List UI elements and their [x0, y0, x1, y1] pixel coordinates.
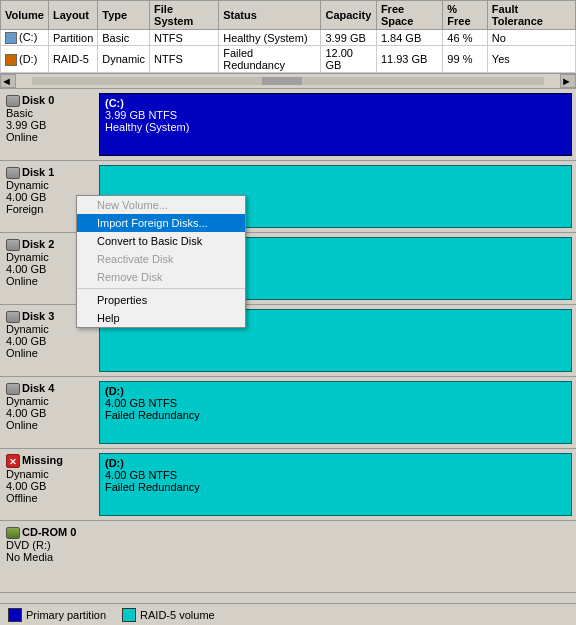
- hdd-icon: [6, 239, 20, 251]
- partition-info2: Failed Redundancy: [105, 481, 566, 493]
- disk-area: Disk 0 Basic 3.99 GB Online Disk 1 Dynam…: [0, 89, 576, 625]
- hdd-icon: [6, 383, 20, 395]
- legend-primary: Primary partition: [8, 608, 106, 622]
- disk-size: 3.99 GB: [6, 119, 46, 131]
- menu-item-reactivate-disk: Reactivate Disk: [77, 250, 245, 268]
- disk-name: Disk 0: [6, 94, 89, 107]
- disk-content-6[interactable]: [95, 521, 576, 593]
- empty-partition: [99, 525, 572, 588]
- disk-dvd: DVD (R:): [6, 539, 89, 551]
- disk-name: Disk 4: [6, 382, 89, 395]
- disk-labels-column: Disk 0 Basic 3.99 GB Online Disk 1 Dynam…: [0, 89, 95, 625]
- partition-info1: 4.00 GB NTFS: [105, 397, 566, 409]
- scroll-thumb[interactable]: [262, 77, 302, 85]
- hdd-icon: [6, 311, 20, 323]
- cell-pct: 46 %: [443, 30, 487, 46]
- col-type[interactable]: Type: [98, 1, 150, 30]
- cell-free: 11.93 GB: [376, 46, 442, 73]
- disk-content-0[interactable]: (C:) 3.99 GB NTFS Healthy (System): [95, 89, 576, 161]
- disk-type: Dynamic: [6, 179, 49, 191]
- legend-raid5-box: [122, 608, 136, 622]
- missing-icon: ✕: [6, 454, 20, 468]
- disk-size: 4.00 GB: [6, 335, 46, 347]
- col-free[interactable]: Free Space: [376, 1, 442, 30]
- disk-name: CD-ROM 0: [6, 526, 89, 539]
- disk-type: Dynamic: [6, 395, 49, 407]
- disk-type: Basic: [6, 107, 33, 119]
- volume-table: Volume Layout Type File System Status Ca…: [0, 0, 576, 73]
- col-fault[interactable]: Fault Tolerance: [487, 1, 575, 30]
- volume-icon: [5, 54, 17, 66]
- disk-label-6: CD-ROM 0 DVD (R:) No Media: [0, 521, 95, 593]
- disk-label-0: Disk 0 Basic 3.99 GB Online: [0, 89, 95, 161]
- partition-info2: Failed Redundancy: [105, 409, 566, 421]
- cell-fault: Yes: [487, 46, 575, 73]
- disk-label-5: ✕Missing Dynamic 4.00 GB Offline: [0, 449, 95, 521]
- legend-bar: Primary partition RAID-5 volume: [0, 603, 576, 625]
- legend-primary-label: Primary partition: [26, 609, 106, 621]
- partition-label: (C:): [105, 97, 566, 109]
- menu-item-new-volume---: New Volume...: [77, 196, 245, 214]
- menu-item-import-foreign-disks---[interactable]: Import Foreign Disks...: [77, 214, 245, 232]
- col-volume[interactable]: Volume: [1, 1, 49, 30]
- col-capacity[interactable]: Capacity: [321, 1, 376, 30]
- disk-type: Dynamic: [6, 468, 49, 480]
- partition-block[interactable]: (C:) 3.99 GB NTFS Healthy (System): [99, 93, 572, 156]
- cell-layout: RAID-5: [48, 46, 97, 73]
- context-menu: New Volume...Import Foreign Disks...Conv…: [76, 195, 246, 328]
- cell-fault: No: [487, 30, 575, 46]
- menu-item-help[interactable]: Help: [77, 309, 245, 327]
- partition-label: (D:): [105, 385, 566, 397]
- menu-item-remove-disk: Remove Disk: [77, 268, 245, 286]
- cell-fs: NTFS: [150, 46, 219, 73]
- disk-content-column[interactable]: (C:) 3.99 GB NTFS Healthy (System) Faile…: [95, 89, 576, 625]
- cell-volume: (D:): [1, 46, 49, 73]
- disk-size: 4.00 GB: [6, 191, 46, 203]
- partition-block[interactable]: (D:) 4.00 GB NTFS Failed Redundancy: [99, 453, 572, 516]
- legend-raid5-label: RAID-5 volume: [140, 609, 215, 621]
- cell-capacity: 12.00 GB: [321, 46, 376, 73]
- cell-free: 1.84 GB: [376, 30, 442, 46]
- cell-status: Failed Redundancy: [219, 46, 321, 73]
- legend-raid5: RAID-5 volume: [122, 608, 215, 622]
- disk-name: Disk 1: [6, 166, 89, 179]
- horizontal-scrollbar[interactable]: ◄ ►: [0, 73, 576, 89]
- disk-status: Foreign: [6, 203, 43, 215]
- disk-status: Online: [6, 275, 38, 287]
- cell-type: Dynamic: [98, 46, 150, 73]
- disk-name: ✕Missing: [6, 454, 89, 468]
- disk-status: Offline: [6, 492, 38, 504]
- disk-content-5[interactable]: (D:) 4.00 GB NTFS Failed Redundancy: [95, 449, 576, 521]
- hdd-icon: [6, 167, 20, 179]
- hdd-icon: [6, 95, 20, 107]
- disk-size: 4.00 GB: [6, 263, 46, 275]
- disk-content-4[interactable]: (D:) 4.00 GB NTFS Failed Redundancy: [95, 377, 576, 449]
- cell-type: Basic: [98, 30, 150, 46]
- cell-fs: NTFS: [150, 30, 219, 46]
- scroll-right-btn[interactable]: ►: [560, 74, 576, 88]
- disk-type: Dynamic: [6, 251, 49, 263]
- disk-status: Online: [6, 347, 38, 359]
- col-status[interactable]: Status: [219, 1, 321, 30]
- menu-item-convert-to-basic-disk[interactable]: Convert to Basic Disk: [77, 232, 245, 250]
- volume-icon: [5, 32, 17, 44]
- scroll-track[interactable]: [32, 77, 544, 85]
- disk-size: 4.00 GB: [6, 407, 46, 419]
- disk-type: Dynamic: [6, 323, 49, 335]
- cell-volume: (C:): [1, 30, 49, 46]
- table-row[interactable]: (C:) Partition Basic NTFS Healthy (Syste…: [1, 30, 576, 46]
- partition-block[interactable]: (D:) 4.00 GB NTFS Failed Redundancy: [99, 381, 572, 444]
- scroll-left-btn[interactable]: ◄: [0, 74, 16, 88]
- cdrom-icon: [6, 527, 20, 539]
- table-row[interactable]: (D:) RAID-5 Dynamic NTFS Failed Redundan…: [1, 46, 576, 73]
- disk-status: Online: [6, 419, 38, 431]
- partition-info1: 3.99 GB NTFS: [105, 109, 566, 121]
- disk-status: Online: [6, 131, 38, 143]
- col-fs[interactable]: File System: [150, 1, 219, 30]
- cell-pct: 99 %: [443, 46, 487, 73]
- col-pct[interactable]: % Free: [443, 1, 487, 30]
- col-layout[interactable]: Layout: [48, 1, 97, 30]
- menu-separator-5: [77, 288, 245, 289]
- disk-status: No Media: [6, 551, 89, 563]
- menu-item-properties[interactable]: Properties: [77, 291, 245, 309]
